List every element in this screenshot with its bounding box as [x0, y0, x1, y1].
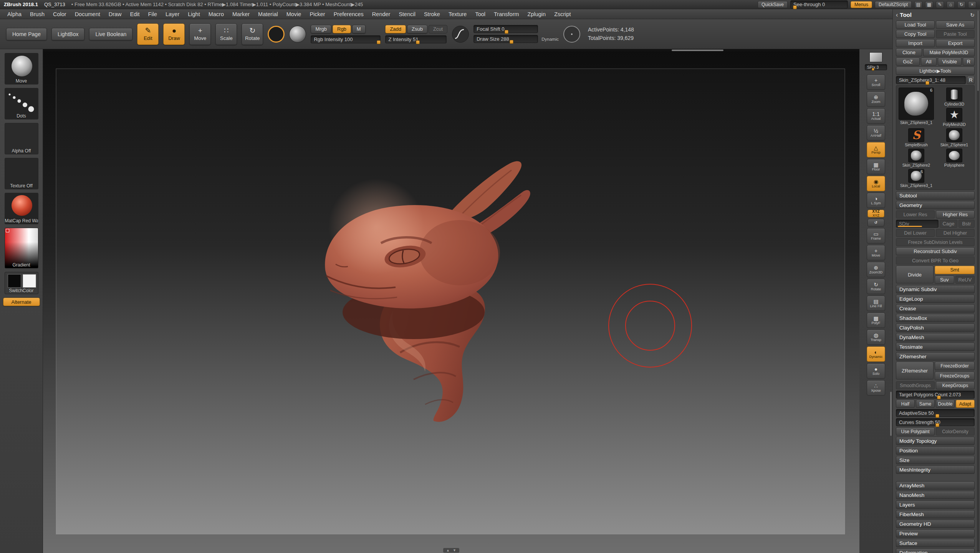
del-higher-button[interactable]: Del Higher [936, 229, 975, 237]
menu-item[interactable]: Stencil [394, 9, 420, 19]
panel-section-header[interactable]: DynaMesh [896, 333, 975, 341]
scale-mode-button[interactable]: ∷ Scale [215, 23, 237, 45]
right-shelf-button[interactable]: ◍ Transp [867, 329, 885, 345]
menu-item[interactable]: Picker [305, 9, 329, 19]
lightbox-button[interactable]: LightBox [51, 28, 84, 40]
panel-section-header[interactable]: Geometry HD [896, 520, 975, 528]
move-mode-button[interactable]: + Move [189, 23, 211, 45]
rgb-button[interactable]: Rgb [333, 25, 351, 33]
smooth-groups-button[interactable]: SmoothGroups [896, 381, 935, 389]
right-shelf-button[interactable]: ◉ Local [867, 176, 885, 191]
z-intensity-slider[interactable]: Z Intensity 51 [385, 35, 447, 43]
right-shelf-button[interactable]: ⊕ Zoom [867, 91, 885, 107]
half-button[interactable]: Half [896, 400, 915, 408]
canvas-scroll-arrows[interactable]: ▲ ▼ [443, 548, 459, 553]
pen-icon[interactable]: ✎ [936, 1, 944, 8]
menu-item[interactable]: Render [368, 9, 395, 19]
menu-item[interactable]: Alpha [3, 9, 26, 19]
suv-button[interactable]: Suv [935, 276, 954, 284]
quicksave-button[interactable]: QuickSave [758, 1, 788, 8]
save-as-button[interactable]: Save As [936, 21, 975, 29]
secondary-color-swatch[interactable] [23, 274, 36, 288]
current-texture-thumb[interactable]: Texture Off [5, 158, 38, 189]
adapt-button[interactable]: Adapt [956, 400, 975, 408]
mrgb-button[interactable]: Mrgb [311, 25, 331, 33]
freeze-border-button[interactable]: FreezeBorder [935, 362, 975, 370]
current-alpha-thumb[interactable]: Alpha Off [5, 123, 38, 154]
panel-section-header[interactable]: FiberMesh [896, 510, 975, 518]
draw-size-icon[interactable] [563, 26, 580, 43]
right-shelf-scrollbar[interactable] [890, 49, 892, 553]
right-shelf-button[interactable]: XYZ XYZ [867, 210, 884, 217]
convert-bpr-button[interactable]: Convert BPR To Geo [896, 257, 975, 265]
rgb-intensity-slider[interactable]: Rgb Intensity 100 [311, 35, 381, 43]
divide-button[interactable]: Divide [896, 266, 934, 283]
panel-collapse-icon[interactable]: ‹ [896, 12, 898, 18]
draw-mode-button[interactable]: ● Draw [163, 23, 185, 45]
tool-thumb-skin-zsphere1[interactable]: Skin_ZSphere1 [936, 128, 973, 147]
m-button[interactable]: M [352, 25, 366, 33]
menu-item[interactable]: Edit [126, 9, 144, 19]
current-brush-thumb[interactable]: Move [5, 53, 38, 84]
cage-button[interactable]: Cage [940, 220, 957, 228]
right-shelf-button[interactable]: ▦ Floor [867, 159, 885, 174]
close-icon[interactable]: × [968, 1, 976, 8]
del-lower-button[interactable]: Del Lower [896, 229, 935, 237]
right-shelf-button[interactable]: △ Persp [867, 142, 885, 157]
import-button[interactable]: Import [896, 39, 935, 47]
color-density-button[interactable]: ColorDensity [936, 427, 975, 435]
home-icon[interactable]: ⌂ [947, 1, 955, 8]
right-shelf-button[interactable]: ◑ L.Sym [867, 193, 885, 208]
scroll-up-icon[interactable]: ▲ [446, 548, 450, 552]
right-shelf-button[interactable]: ▤ Line Fill [867, 296, 885, 311]
menu-item[interactable]: Material [254, 9, 282, 19]
panel-section-header[interactable]: NanoMesh [896, 491, 975, 499]
cycle-icon[interactable]: ↻ [957, 1, 965, 8]
panel-section-header[interactable]: Layers [896, 500, 975, 509]
right-shelf-button[interactable]: + Scroll [867, 75, 885, 90]
right-shelf-button[interactable]: ↺ [867, 219, 884, 227]
panel-section-header[interactable]: Crease [896, 304, 975, 313]
right-shelf-button[interactable]: ∴ Xpose [867, 380, 885, 396]
use-polypaint-button[interactable]: Use Polypaint [896, 427, 935, 435]
menu-item[interactable]: Zplugin [523, 9, 550, 19]
menu-item[interactable]: Tool [471, 9, 490, 19]
panel-section-header[interactable]: Position [896, 446, 975, 455]
panel-section-header[interactable]: ArrayMesh [896, 481, 975, 490]
geometry-section-header[interactable]: Geometry [896, 201, 975, 209]
primary-color-swatch[interactable] [8, 274, 21, 288]
active-tool-thumb[interactable]: 6 Skin_ZSphere3_1 [898, 88, 935, 127]
active-tool-slider[interactable]: Skin_ZSphere3_1: 48 [896, 76, 966, 84]
live-boolean-button[interactable]: Live Boolean [89, 28, 132, 40]
reconstruct-subdiv-button[interactable]: Reconstruct Subdiv [896, 247, 975, 255]
draw-size-slider[interactable]: Draw Size 288 [473, 35, 538, 43]
right-shelf-button[interactable]: + Move [867, 245, 885, 260]
right-shelf-button[interactable]: ▩ PolyF [867, 313, 885, 328]
rotate-mode-button[interactable]: ↻ Rotate [242, 23, 263, 45]
export-button[interactable]: Export [936, 39, 975, 47]
home-page-button[interactable]: Home Page [6, 28, 47, 40]
double-button[interactable]: Double [936, 400, 955, 408]
switch-color[interactable]: SwitchColor [5, 272, 38, 294]
right-shelf-button[interactable]: ▭ Frame [867, 228, 885, 243]
make-polymesh3d-button[interactable]: Make PolyMesh3D [923, 48, 975, 56]
zcut-button[interactable]: Zcut [429, 25, 447, 33]
paste-tool-button[interactable]: Paste Tool [936, 30, 975, 38]
panel-scrollbar[interactable] [977, 10, 979, 552]
edit-mode-button[interactable]: ✎ Edit [137, 23, 159, 45]
menu-item[interactable]: Color [49, 9, 71, 19]
lightbox-tools-button[interactable]: Lightbox▶Tools [896, 67, 975, 75]
panel-section-header[interactable]: Tessimate [896, 343, 975, 351]
panel-section-header[interactable]: Deformation [896, 548, 975, 553]
tool-thumb-cylinder3d[interactable]: Cylinder3D [936, 88, 973, 106]
freeze-subdivision-button[interactable]: Freeze SubDivision Levels [896, 238, 975, 246]
goz-r-button[interactable]: R [963, 58, 975, 66]
copy-tool-button[interactable]: Copy Tool [896, 30, 935, 38]
menu-item[interactable]: Zscript [550, 9, 575, 19]
panel-section-header[interactable]: ShadowBox [896, 314, 975, 322]
current-material-thumb[interactable]: MatCap Red Wax [5, 193, 38, 224]
material-preview-icon[interactable] [289, 26, 306, 43]
sdiv-slider[interactable]: SDiv [896, 220, 939, 228]
menu-item[interactable]: Document [71, 9, 104, 19]
zsub-button[interactable]: Zsub [407, 25, 427, 33]
